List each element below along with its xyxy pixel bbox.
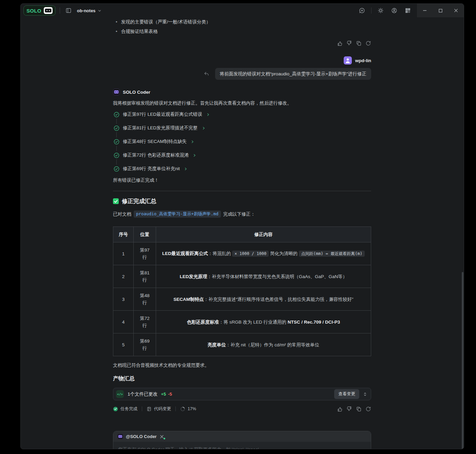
robot-coder-icon xyxy=(113,89,120,95)
expand-collapse-icon[interactable] xyxy=(363,392,367,397)
artifact-card: </> 1个文件已更改 +5 -5 查看变更 xyxy=(113,388,371,400)
tools-status-dot xyxy=(164,438,165,439)
regenerate-icon[interactable] xyxy=(365,406,371,412)
divider xyxy=(371,7,372,14)
app-window: SOLO ob-notes xyxy=(20,3,464,449)
solo-logo[interactable]: SOLO xyxy=(23,5,56,16)
deletions-count: -5 xyxy=(168,392,172,397)
regenerate-icon[interactable] xyxy=(365,40,371,46)
message-actions xyxy=(113,40,371,46)
tools-icon[interactable] xyxy=(159,434,164,439)
task-item[interactable]: 修正第48行 SECAM制特点缺失 xyxy=(114,139,371,145)
chevron-right-icon xyxy=(191,140,194,144)
task-item[interactable]: 修正第72行 色彩还原度标准混淆 xyxy=(114,152,371,158)
done-line: 所有错误已修正完成！ xyxy=(113,177,371,183)
robot-logo-icon xyxy=(44,7,53,14)
row-number-cell: 2 xyxy=(113,265,134,288)
task-label: 修正第72行 色彩还原度标准混淆 xyxy=(123,152,189,158)
thumbs-down-icon[interactable] xyxy=(346,406,352,412)
table-row: 1第97行LED最近观看距离公式：将混乱的 × 1000 / 1000 简化为清… xyxy=(113,242,371,265)
robot-coder-icon xyxy=(117,434,123,439)
new-chat-icon[interactable] xyxy=(358,6,366,15)
summary-heading-text: 修正完成汇总 xyxy=(122,197,156,205)
summary-intro-suffix: 完成以下修正： xyxy=(223,211,255,217)
retry-message-icon[interactable] xyxy=(202,70,211,78)
additions-count: +5 xyxy=(161,392,166,397)
task-list: 修正第97行 LED最近观看距离公式错误修正第81行 LED发光原理描述不完整修… xyxy=(113,111,371,172)
workspace-name: ob-notes xyxy=(77,8,96,13)
account-icon[interactable] xyxy=(390,6,399,15)
close-button[interactable] xyxy=(448,4,464,17)
sidebar-toggle-icon[interactable] xyxy=(64,6,73,15)
check-circle-icon xyxy=(114,166,119,172)
copy-icon[interactable] xyxy=(356,40,362,46)
table-body: 1第97行LED最近观看距离公式：将混乱的 × 1000 / 1000 简化为清… xyxy=(113,242,371,356)
row-location-cell: 第81行 xyxy=(134,265,156,288)
task-done-status: 任务完成 xyxy=(113,406,137,412)
thumbs-up-icon[interactable] xyxy=(337,40,343,46)
scrollbar-thumb[interactable] xyxy=(462,272,463,449)
progress-ring-icon xyxy=(180,406,185,412)
chevron-right-icon xyxy=(202,126,206,130)
check-circle-icon xyxy=(114,125,119,131)
row-location-cell: 第48行 xyxy=(134,288,156,311)
code-change-icon xyxy=(147,406,152,412)
message-actions xyxy=(337,406,371,412)
row-content-cell: LED发光原理：补充半导体材料禁带宽度与光色关系说明（GaAs、GaP、GaN等… xyxy=(156,265,371,288)
summary-intro: 已对文档 proaudio_高依雯学习-显示+剧场声学.md 完成以下修正： xyxy=(113,211,371,218)
mention-chip[interactable]: @SOLO Coder xyxy=(126,434,157,439)
workspace-selector[interactable]: ob-notes xyxy=(77,8,101,13)
row-number-cell: 5 xyxy=(113,333,134,356)
bullet-item: •发现的主要错误（严重/一般/术语错误分类） xyxy=(116,19,371,25)
maximize-button[interactable] xyxy=(433,4,448,17)
view-changes-button[interactable]: 查看变更 xyxy=(334,389,359,399)
composer-placeholder: 您正在与 SOLO Coder 聊天，输入 '/' 获取更多能力，如 '/pla… xyxy=(118,446,366,449)
user-name: wpd-lin xyxy=(355,58,371,63)
task-connector xyxy=(116,132,117,138)
user-header: wpd-lin xyxy=(113,56,371,65)
chevron-right-icon xyxy=(193,153,196,157)
assistant-name: SOLO Coder xyxy=(123,90,150,95)
row-content-cell: LED最近观看距离公式：将混乱的 × 1000 / 1000 简化为清晰的 点间… xyxy=(156,242,371,265)
task-connector xyxy=(116,119,117,124)
minimize-button[interactable] xyxy=(417,4,433,17)
settings-gear-icon[interactable] xyxy=(376,6,385,15)
check-circle-icon xyxy=(114,152,119,158)
thumbs-up-icon[interactable] xyxy=(337,406,343,412)
thumbs-down-icon[interactable] xyxy=(346,40,352,46)
assistant-intro: 我将根据审核发现的错误对文档进行修正。首先让我再次查看文档内容，然后进行修改。 xyxy=(113,100,371,107)
status-row: 任务完成 代码变更 17% xyxy=(113,406,371,412)
assistant-header: SOLO Coder xyxy=(113,89,371,95)
divider xyxy=(60,7,60,14)
apps-grid-icon[interactable] xyxy=(403,6,412,15)
task-item[interactable]: 修正第81行 LED发光原理描述不完整 xyxy=(114,125,371,131)
brand-text: SOLO xyxy=(26,8,41,14)
composer-input[interactable]: 您正在与 SOLO Coder 聊天，输入 '/' 获取更多能力，如 '/pla… xyxy=(113,442,371,449)
check-circle-icon xyxy=(114,112,119,117)
composer-header: @SOLO Coder xyxy=(113,431,371,442)
task-label: 修正第69行 亮度单位补充nit xyxy=(123,166,180,172)
table-header-cell: 修正内容 xyxy=(156,227,371,242)
chevron-right-icon xyxy=(206,113,210,116)
task-label: 修正第81行 LED发光原理描述不完整 xyxy=(123,125,198,131)
row-location-cell: 第72行 xyxy=(134,311,156,333)
table-row: 2第81行LED发光原理：补充半导体材料禁带宽度与光色关系说明（GaAs、GaP… xyxy=(113,265,371,288)
row-location-cell: 第69行 xyxy=(134,333,156,356)
bullet-item: •合规验证结果表格 xyxy=(116,28,371,35)
table-row: 5第69行亮度单位：补充 nit（尼特）作为 cd/m² 的常用等效单位 xyxy=(113,333,371,356)
title-bar: SOLO ob-notes xyxy=(21,4,464,17)
row-content-cell: 色彩还原度标准：将 sRGB 改为 LED 行业通用的 NTSC / Rec.7… xyxy=(156,311,371,333)
task-item[interactable]: 修正第69行 亮度单位补充nit xyxy=(114,166,371,172)
row-number-cell: 3 xyxy=(113,288,134,311)
copy-icon[interactable] xyxy=(356,406,362,412)
chat-thread: •发现的主要错误（严重/一般/术语错误分类）•合规验证结果表格 wpd-lin xyxy=(113,17,371,449)
code-file-icon: </> xyxy=(116,390,124,398)
row-location-cell: 第97行 xyxy=(134,242,156,265)
file-name-chip[interactable]: proaudio_高依雯学习-显示+剧场声学.md xyxy=(134,211,221,218)
task-item[interactable]: 修正第97行 LED最近观看距离公式错误 xyxy=(114,111,371,117)
user-message-bubble: 将前面发现的错误对文档“proaudio_高依雯学习-显示+剧场声学”进行修正 xyxy=(215,68,371,80)
divider xyxy=(142,406,142,411)
table-header-cell: 序号 xyxy=(113,227,134,242)
table-row: 4第72行色彩还原度标准：将 sRGB 改为 LED 行业通用的 NTSC / … xyxy=(113,311,371,333)
code-change-status[interactable]: 代码变更 xyxy=(147,406,171,412)
